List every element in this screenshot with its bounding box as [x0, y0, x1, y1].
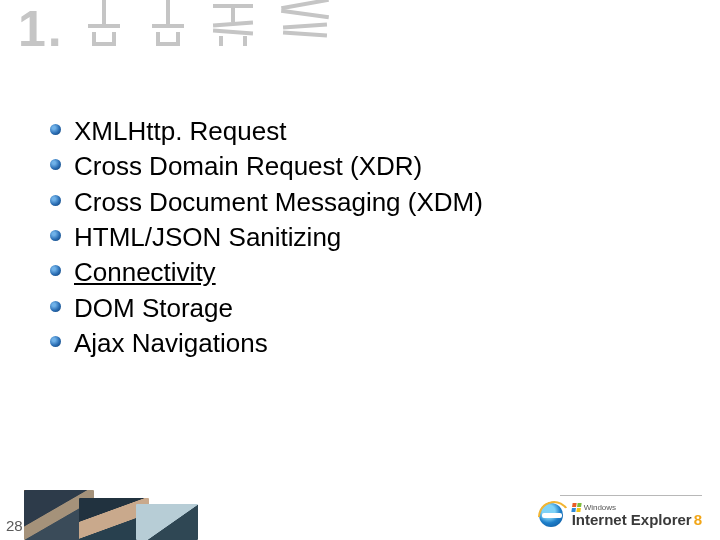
list-item-label: Cross Domain Request (XDR) [74, 151, 422, 181]
list-item: XMLHttp. Request [50, 114, 483, 149]
list-item: DOM Storage [50, 291, 483, 326]
bullet-icon [50, 336, 61, 347]
internet-explorer-icon [538, 501, 566, 529]
list-item: Ajax Navigations [50, 326, 483, 361]
feature-list: XMLHttp. Request Cross Domain Request (X… [50, 114, 483, 362]
slide-title: 1. [18, 0, 335, 58]
internet-explorer-brand: Windows Internet Explorer8 [538, 498, 702, 532]
list-item: Connectivity [50, 255, 483, 290]
bullet-icon [50, 230, 61, 241]
product-name: Internet Explorer8 [572, 512, 702, 527]
korean-glyph-4 [277, 0, 335, 56]
bullet-icon [50, 301, 61, 312]
title-number: 1. [18, 1, 64, 57]
brand-text: Windows Internet Explorer8 [572, 503, 702, 527]
korean-glyph-3 [207, 0, 261, 56]
version-number: 8 [694, 511, 702, 528]
list-item-label: Connectivity [74, 257, 216, 287]
page-number: 28 [6, 517, 23, 534]
bullet-icon [50, 124, 61, 135]
bullet-icon [50, 195, 61, 206]
bullet-icon [50, 265, 61, 276]
slide: 1. XMLHtt [0, 0, 720, 540]
bullet-icon [50, 159, 61, 170]
windows-flag-icon [571, 503, 581, 512]
list-item-label: XMLHttp. Request [74, 116, 286, 146]
list-item-label: HTML/JSON Sanitizing [74, 222, 341, 252]
list-item: HTML/JSON Sanitizing [50, 220, 483, 255]
korean-glyph-1 [80, 0, 128, 56]
list-item-label: Ajax Navigations [74, 328, 268, 358]
list-item: Cross Document Messaging (XDM) [50, 185, 483, 220]
list-item-label: Cross Document Messaging (XDM) [74, 187, 483, 217]
footer-photo-collage [24, 490, 198, 540]
list-item: Cross Domain Request (XDR) [50, 149, 483, 184]
korean-glyph-2 [144, 0, 192, 56]
list-item-label: DOM Storage [74, 293, 233, 323]
divider [560, 495, 702, 496]
